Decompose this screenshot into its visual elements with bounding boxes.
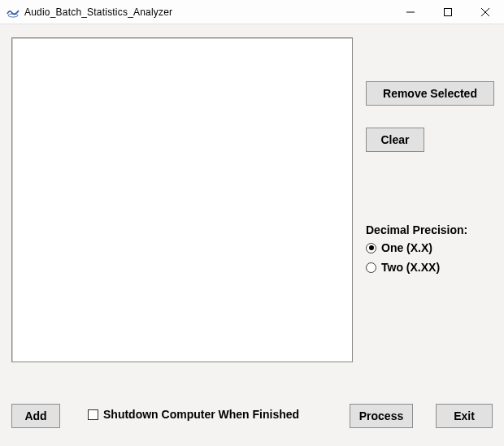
shutdown-label: Shutdown Computer When Finished [103,408,299,421]
close-button[interactable] [467,0,504,24]
window-title: Audio_Batch_Statistics_Analyzer [24,6,392,18]
exit-button[interactable]: Exit [436,404,493,428]
radio-icon [366,243,376,253]
remove-selected-button[interactable]: Remove Selected [366,81,494,106]
app-window: Audio_Batch_Statistics_Analyzer Remove S… [0,0,504,446]
checkbox-icon [88,409,98,420]
maximize-button[interactable] [429,0,467,24]
radio-label: One (X.X) [381,241,432,254]
svg-rect-2 [445,8,452,15]
process-button[interactable]: Process [350,404,413,428]
minimize-button[interactable] [392,0,429,24]
add-button[interactable]: Add [11,404,60,428]
app-icon [7,6,20,19]
client-area: Remove Selected Clear Decimal Precision:… [0,24,504,446]
precision-radio-one[interactable]: One (X.X) [366,241,496,254]
decimal-precision-group: Decimal Precision: One (X.X) Two (X.XX) [366,223,496,280]
radio-label: Two (X.XX) [381,261,440,274]
shutdown-checkbox[interactable]: Shutdown Computer When Finished [88,408,299,421]
radio-icon [366,262,376,273]
clear-button[interactable]: Clear [366,128,424,152]
window-controls [392,0,504,24]
precision-label: Decimal Precision: [366,223,496,236]
title-bar: Audio_Batch_Statistics_Analyzer [0,0,504,24]
file-listbox[interactable] [11,37,353,362]
precision-radio-two[interactable]: Two (X.XX) [366,261,496,274]
